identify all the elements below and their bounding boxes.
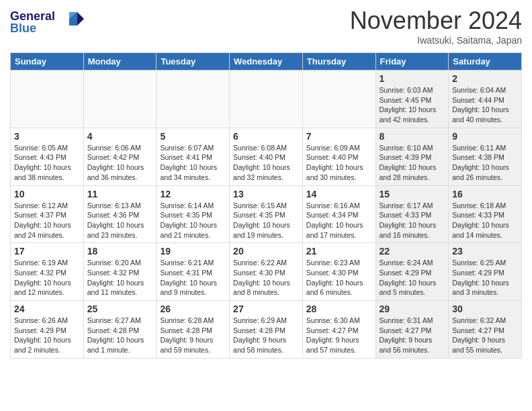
calendar-cell: 7Sunrise: 6:09 AMSunset: 4:40 PMDaylight… xyxy=(302,128,375,185)
day-number: 1 xyxy=(380,73,445,84)
calendar-cell xyxy=(302,71,375,128)
svg-marker-3 xyxy=(77,12,84,26)
calendar-cell: 1Sunrise: 6:03 AMSunset: 4:45 PMDaylight… xyxy=(375,71,449,128)
day-number: 18 xyxy=(87,246,153,257)
day-info: Sunrise: 6:03 AMSunset: 4:45 PMDaylight:… xyxy=(380,85,445,125)
day-info: Sunrise: 6:06 AMSunset: 4:42 PMDaylight:… xyxy=(87,143,153,183)
day-number: 17 xyxy=(14,246,80,257)
calendar-cell: 3Sunrise: 6:05 AMSunset: 4:43 PMDaylight… xyxy=(11,128,84,185)
day-number: 8 xyxy=(380,131,445,142)
col-header-monday: Monday xyxy=(83,53,157,71)
day-info: Sunrise: 6:07 AMSunset: 4:41 PMDaylight:… xyxy=(160,143,226,183)
day-info: Sunrise: 6:12 AMSunset: 4:37 PMDaylight:… xyxy=(14,201,80,240)
calendar-cell: 6Sunrise: 6:08 AMSunset: 4:40 PMDaylight… xyxy=(230,128,303,185)
week-row-3: 17Sunrise: 6:19 AMSunset: 4:32 PMDayligh… xyxy=(11,243,522,301)
day-number: 13 xyxy=(233,189,299,199)
col-header-sunday: Sunday xyxy=(11,53,84,71)
day-info: Sunrise: 6:04 AMSunset: 4:44 PMDaylight:… xyxy=(452,85,518,125)
calendar-cell: 8Sunrise: 6:10 AMSunset: 4:39 PMDaylight… xyxy=(375,128,449,185)
day-number: 2 xyxy=(452,73,518,84)
calendar-cell: 14Sunrise: 6:16 AMSunset: 4:34 PMDayligh… xyxy=(302,185,375,243)
calendar-cell: 29Sunrise: 6:31 AMSunset: 4:27 PMDayligh… xyxy=(375,301,449,359)
day-info: Sunrise: 6:29 AMSunset: 4:28 PMDaylight:… xyxy=(233,316,299,355)
day-number: 27 xyxy=(233,304,299,314)
svg-text:Blue: Blue xyxy=(10,21,36,35)
day-info: Sunrise: 6:10 AMSunset: 4:39 PMDaylight:… xyxy=(380,143,445,183)
calendar-cell: 10Sunrise: 6:12 AMSunset: 4:37 PMDayligh… xyxy=(11,185,84,243)
day-number: 12 xyxy=(160,189,226,199)
day-number: 3 xyxy=(14,131,80,142)
calendar-cell: 24Sunrise: 6:26 AMSunset: 4:29 PMDayligh… xyxy=(11,301,84,359)
day-number: 9 xyxy=(452,131,518,142)
calendar-cell: 16Sunrise: 6:18 AMSunset: 4:33 PMDayligh… xyxy=(449,185,522,243)
calendar-cell: 12Sunrise: 6:14 AMSunset: 4:35 PMDayligh… xyxy=(157,185,230,243)
calendar-cell: 5Sunrise: 6:07 AMSunset: 4:41 PMDaylight… xyxy=(157,128,230,185)
calendar-cell: 23Sunrise: 6:25 AMSunset: 4:29 PMDayligh… xyxy=(449,243,522,301)
day-info: Sunrise: 6:26 AMSunset: 4:29 PMDaylight:… xyxy=(14,316,80,355)
day-number: 6 xyxy=(233,131,299,142)
calendar-cell: 30Sunrise: 6:32 AMSunset: 4:27 PMDayligh… xyxy=(449,301,522,359)
col-header-saturday: Saturday xyxy=(449,53,522,71)
day-info: Sunrise: 6:18 AMSunset: 4:33 PMDaylight:… xyxy=(452,201,518,240)
col-header-tuesday: Tuesday xyxy=(157,53,230,71)
day-number: 29 xyxy=(380,304,445,314)
day-info: Sunrise: 6:19 AMSunset: 4:32 PMDaylight:… xyxy=(14,258,80,298)
day-number: 22 xyxy=(380,246,445,257)
day-info: Sunrise: 6:30 AMSunset: 4:27 PMDaylight:… xyxy=(306,316,372,355)
location: Iwatsuki, Saitama, Japan xyxy=(350,35,522,46)
calendar-cell: 26Sunrise: 6:28 AMSunset: 4:28 PMDayligh… xyxy=(157,301,230,359)
day-number: 4 xyxy=(87,131,153,142)
calendar-cell: 27Sunrise: 6:29 AMSunset: 4:28 PMDayligh… xyxy=(230,301,303,359)
calendar-cell: 28Sunrise: 6:30 AMSunset: 4:27 PMDayligh… xyxy=(302,301,375,359)
calendar-cell: 4Sunrise: 6:06 AMSunset: 4:42 PMDaylight… xyxy=(83,128,157,185)
day-info: Sunrise: 6:08 AMSunset: 4:40 PMDaylight:… xyxy=(233,143,299,183)
calendar-cell: 21Sunrise: 6:23 AMSunset: 4:30 PMDayligh… xyxy=(302,243,375,301)
day-info: Sunrise: 6:25 AMSunset: 4:29 PMDaylight:… xyxy=(452,258,518,298)
day-number: 7 xyxy=(306,131,372,142)
logo-text: General Blue xyxy=(10,7,84,40)
day-number: 14 xyxy=(306,189,372,199)
calendar-cell: 13Sunrise: 6:15 AMSunset: 4:35 PMDayligh… xyxy=(230,185,303,243)
day-info: Sunrise: 6:22 AMSunset: 4:30 PMDaylight:… xyxy=(233,258,299,298)
calendar-cell: 2Sunrise: 6:04 AMSunset: 4:44 PMDaylight… xyxy=(449,71,522,128)
day-number: 20 xyxy=(233,246,299,257)
col-header-thursday: Thursday xyxy=(302,53,375,71)
day-info: Sunrise: 6:16 AMSunset: 4:34 PMDaylight:… xyxy=(306,201,372,240)
day-number: 30 xyxy=(452,304,518,314)
day-number: 28 xyxy=(306,304,372,314)
month-title: November 2024 xyxy=(350,7,522,35)
day-info: Sunrise: 6:09 AMSunset: 4:40 PMDaylight:… xyxy=(306,143,372,183)
day-number: 16 xyxy=(452,189,518,199)
svg-text:General: General xyxy=(10,9,55,23)
title-block: November 2024 Iwatsuki, Saitama, Japan xyxy=(350,7,522,46)
calendar-cell: 17Sunrise: 6:19 AMSunset: 4:32 PMDayligh… xyxy=(11,243,84,301)
calendar-cell: 22Sunrise: 6:24 AMSunset: 4:29 PMDayligh… xyxy=(375,243,449,301)
day-number: 19 xyxy=(160,246,226,257)
day-info: Sunrise: 6:15 AMSunset: 4:35 PMDaylight:… xyxy=(233,201,299,240)
calendar-cell xyxy=(83,71,157,128)
day-number: 15 xyxy=(380,189,445,199)
day-number: 24 xyxy=(14,304,80,314)
logo: General Blue xyxy=(10,7,84,40)
col-header-wednesday: Wednesday xyxy=(230,53,303,71)
week-row-1: 3Sunrise: 6:05 AMSunset: 4:43 PMDaylight… xyxy=(11,128,522,185)
day-info: Sunrise: 6:32 AMSunset: 4:27 PMDaylight:… xyxy=(452,316,518,355)
calendar-header-row: SundayMondayTuesdayWednesdayThursdayFrid… xyxy=(11,53,522,71)
day-info: Sunrise: 6:24 AMSunset: 4:29 PMDaylight:… xyxy=(380,258,445,298)
calendar-cell: 19Sunrise: 6:21 AMSunset: 4:31 PMDayligh… xyxy=(157,243,230,301)
day-info: Sunrise: 6:27 AMSunset: 4:28 PMDaylight:… xyxy=(87,316,153,355)
calendar-cell: 15Sunrise: 6:17 AMSunset: 4:33 PMDayligh… xyxy=(375,185,449,243)
day-info: Sunrise: 6:05 AMSunset: 4:43 PMDaylight:… xyxy=(14,143,80,183)
calendar-cell xyxy=(230,71,303,128)
day-info: Sunrise: 6:17 AMSunset: 4:33 PMDaylight:… xyxy=(380,201,445,240)
calendar-cell: 25Sunrise: 6:27 AMSunset: 4:28 PMDayligh… xyxy=(83,301,157,359)
week-row-2: 10Sunrise: 6:12 AMSunset: 4:37 PMDayligh… xyxy=(11,185,522,243)
day-info: Sunrise: 6:14 AMSunset: 4:35 PMDaylight:… xyxy=(160,201,226,240)
week-row-0: 1Sunrise: 6:03 AMSunset: 4:45 PMDaylight… xyxy=(11,71,522,128)
day-info: Sunrise: 6:11 AMSunset: 4:38 PMDaylight:… xyxy=(452,143,518,183)
main-container: General Blue November 2024 Iwatsuki, Sai… xyxy=(0,0,532,365)
calendar-cell: 18Sunrise: 6:20 AMSunset: 4:32 PMDayligh… xyxy=(83,243,157,301)
day-number: 26 xyxy=(160,304,226,314)
day-info: Sunrise: 6:28 AMSunset: 4:28 PMDaylight:… xyxy=(160,316,226,355)
day-info: Sunrise: 6:23 AMSunset: 4:30 PMDaylight:… xyxy=(306,258,372,298)
